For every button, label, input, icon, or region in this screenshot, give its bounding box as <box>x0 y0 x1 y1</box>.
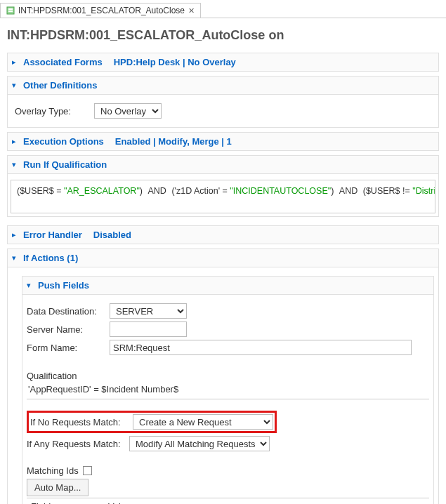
form-icon <box>6 6 15 15</box>
section-label: If Actions (1) <box>23 253 78 263</box>
run-if-expression[interactable]: ($USER$ = "AR_ESCALATOR") AND ('z1D Acti… <box>11 180 435 213</box>
qualification-label: Qualification <box>27 371 429 381</box>
matching-ids-label: Matching Ids <box>27 465 79 476</box>
section-label: Push Fields <box>38 280 89 291</box>
no-requests-match-select[interactable]: Create a New Request <box>133 414 273 430</box>
no-requests-match-highlight: If No Requests Match: Create a New Reque… <box>27 411 277 433</box>
chevron-right-icon <box>12 58 19 67</box>
no-requests-match-label: If No Requests Match: <box>30 417 129 427</box>
section-run-if[interactable]: Run If Qualification <box>7 155 439 174</box>
data-destination-select[interactable]: SERVER <box>110 303 187 319</box>
section-label: Run If Qualification <box>23 159 107 170</box>
qualification-expression[interactable]: 'AppRequestID' = $Incident Number$ <box>27 381 429 399</box>
chevron-down-icon <box>12 160 19 169</box>
section-label: Execution Options <box>23 136 104 147</box>
section-other-definitions[interactable]: Other Definitions <box>7 76 439 95</box>
run-if-body: ($USER$ = "AR_ESCALATOR") AND ('z1D Acti… <box>7 174 439 217</box>
field-mapping-table: Field Value Status <box>27 498 429 504</box>
chevron-down-icon <box>27 281 34 290</box>
section-execution-options[interactable]: Execution Options Enabled | Modify, Merg… <box>7 132 439 151</box>
if-actions-body: Push Fields Data Destination: SERVER Ser… <box>7 267 439 504</box>
server-name-label: Server Name: <box>27 324 104 335</box>
col-field[interactable]: Field <box>27 498 104 505</box>
chevron-down-icon <box>12 253 19 263</box>
overlay-type-select[interactable]: No Overlay <box>94 103 162 119</box>
editor-tab[interactable]: INT:HPDSRM:001_ESCALATOR_AutoClose ✕ <box>0 3 201 18</box>
svg-rect-1 <box>8 8 13 10</box>
any-requests-match-select[interactable]: Modify All Matching Requests <box>129 436 270 451</box>
chevron-right-icon <box>12 230 19 239</box>
section-if-actions[interactable]: If Actions (1) <box>7 248 439 267</box>
data-destination-label: Data Destination: <box>27 306 104 317</box>
svg-rect-2 <box>8 11 13 12</box>
close-icon[interactable]: ✕ <box>188 6 195 15</box>
section-error-handler[interactable]: Error Handler Disabled <box>7 225 439 244</box>
matching-ids-checkbox[interactable] <box>83 466 92 475</box>
chevron-down-icon <box>12 81 19 90</box>
section-extra: Disabled <box>93 230 131 240</box>
form-name-input[interactable] <box>110 340 412 355</box>
auto-map-button[interactable]: Auto Map... <box>27 479 88 496</box>
push-fields-body: Data Destination: SERVER Server Name: Fo… <box>22 295 434 504</box>
other-definitions-body: Overlay Type: No Overlay <box>7 95 439 128</box>
section-label: Associated Forms <box>23 57 103 67</box>
tab-title: INT:HPDSRM:001_ESCALATOR_AutoClose <box>18 6 185 15</box>
form-name-label: Form Name: <box>27 343 104 353</box>
section-extra: HPD:Help Desk | No Overlay <box>114 57 236 67</box>
section-push-fields[interactable]: Push Fields <box>22 276 434 295</box>
form-area: INT:HPDSRM:001_ESCALATOR_AutoClose on As… <box>0 18 446 504</box>
overlay-type-label: Overlay Type: <box>15 106 88 117</box>
server-name-input[interactable] <box>110 321 187 337</box>
section-label: Error Handler <box>23 230 82 240</box>
tab-bar: INT:HPDSRM:001_ESCALATOR_AutoClose ✕ <box>0 0 446 18</box>
any-requests-match-label: If Any Requests Match: <box>27 439 125 449</box>
section-label: Other Definitions <box>23 80 97 91</box>
section-extra: Enabled | Modify, Merge | 1 <box>115 136 232 147</box>
page-title: INT:HPDSRM:001_ESCALATOR_AutoClose on <box>7 28 439 43</box>
col-value[interactable]: Value <box>104 498 429 505</box>
section-associated-forms[interactable]: Associated Forms HPD:Help Desk | No Over… <box>7 53 439 72</box>
chevron-right-icon <box>12 137 19 146</box>
